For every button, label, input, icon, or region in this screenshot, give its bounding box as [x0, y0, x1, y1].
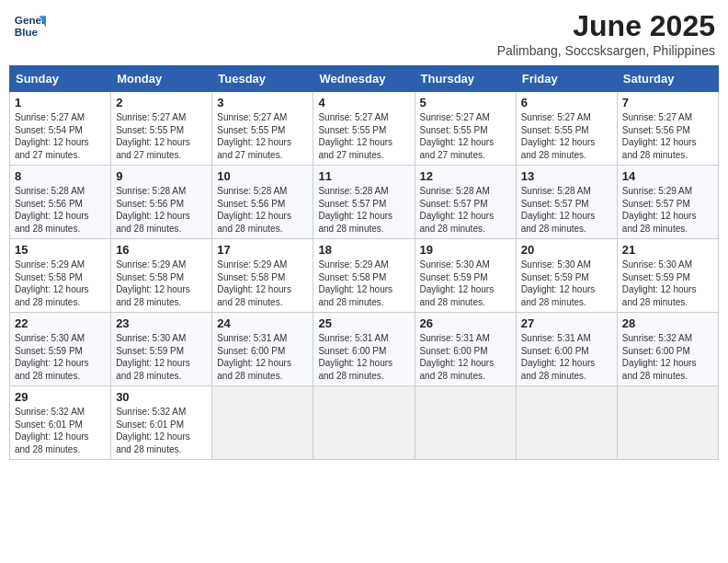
day-number: 7: [622, 96, 713, 109]
calendar-week-3: 15 Sunrise: 5:29 AM Sunset: 5:58 PM Dayl…: [10, 239, 719, 313]
day-cell-17: 17 Sunrise: 5:29 AM Sunset: 5:58 PM Dayl…: [212, 239, 313, 313]
day-number: 8: [15, 169, 106, 183]
day-info: Sunrise: 5:30 AM Sunset: 5:59 PM Dayligh…: [521, 259, 612, 308]
day-number: 22: [15, 316, 106, 330]
day-cell-22: 22 Sunrise: 5:30 AM Sunset: 5:59 PM Dayl…: [10, 313, 111, 386]
empty-cell: [212, 386, 313, 460]
calendar-subtitle: Palimbang, Soccsksargen, Philippines: [497, 43, 715, 58]
day-cell-1: 1 Sunrise: 5:27 AM Sunset: 5:54 PM Dayli…: [10, 92, 111, 166]
day-info: Sunrise: 5:30 AM Sunset: 5:59 PM Dayligh…: [116, 332, 207, 382]
day-info: Sunrise: 5:27 AM Sunset: 5:55 PM Dayligh…: [217, 111, 308, 161]
day-info: Sunrise: 5:32 AM Sunset: 6:00 PM Dayligh…: [622, 332, 713, 382]
day-cell-20: 20 Sunrise: 5:30 AM Sunset: 5:59 PM Dayl…: [516, 239, 617, 313]
day-info: Sunrise: 5:28 AM Sunset: 5:56 PM Dayligh…: [116, 185, 207, 235]
day-info: Sunrise: 5:32 AM Sunset: 6:01 PM Dayligh…: [15, 406, 106, 455]
svg-text:General: General: [15, 14, 46, 26]
day-cell-7: 7 Sunrise: 5:27 AM Sunset: 5:56 PM Dayli…: [617, 92, 718, 166]
day-cell-18: 18 Sunrise: 5:29 AM Sunset: 5:58 PM Dayl…: [313, 239, 415, 313]
day-cell-25: 25 Sunrise: 5:31 AM Sunset: 6:00 PM Dayl…: [313, 313, 415, 386]
day-info: Sunrise: 5:29 AM Sunset: 5:58 PM Dayligh…: [217, 259, 308, 308]
col-friday: Friday: [516, 66, 617, 92]
col-saturday: Saturday: [617, 66, 718, 92]
day-info: Sunrise: 5:27 AM Sunset: 5:54 PM Dayligh…: [15, 111, 106, 161]
day-cell-9: 9 Sunrise: 5:28 AM Sunset: 5:56 PM Dayli…: [111, 166, 212, 239]
day-cell-8: 8 Sunrise: 5:28 AM Sunset: 5:56 PM Dayli…: [10, 166, 111, 239]
day-number: 1: [15, 96, 106, 109]
day-number: 19: [420, 243, 511, 257]
day-info: Sunrise: 5:27 AM Sunset: 5:55 PM Dayligh…: [116, 111, 207, 161]
day-info: Sunrise: 5:28 AM Sunset: 5:56 PM Dayligh…: [15, 185, 106, 235]
day-number: 5: [420, 96, 511, 109]
day-number: 15: [15, 243, 106, 257]
day-cell-13: 13 Sunrise: 5:28 AM Sunset: 5:57 PM Dayl…: [516, 166, 617, 239]
header-row: Sunday Monday Tuesday Wednesday Thursday…: [10, 66, 719, 92]
day-number: 26: [420, 316, 511, 330]
empty-cell: [313, 386, 415, 460]
day-number: 10: [217, 169, 308, 183]
day-number: 9: [116, 169, 207, 183]
day-info: Sunrise: 5:29 AM Sunset: 5:57 PM Dayligh…: [622, 185, 713, 235]
day-info: Sunrise: 5:28 AM Sunset: 5:57 PM Dayligh…: [318, 185, 409, 235]
col-sunday: Sunday: [10, 66, 111, 92]
calendar-week-2: 8 Sunrise: 5:28 AM Sunset: 5:56 PM Dayli…: [10, 166, 719, 239]
calendar-header: General Blue June 2025 Palimbang, Soccsk…: [9, 9, 719, 58]
day-cell-24: 24 Sunrise: 5:31 AM Sunset: 6:00 PM Dayl…: [212, 313, 313, 386]
day-info: Sunrise: 5:31 AM Sunset: 6:00 PM Dayligh…: [420, 332, 511, 382]
day-info: Sunrise: 5:28 AM Sunset: 5:57 PM Dayligh…: [521, 185, 612, 235]
day-cell-3: 3 Sunrise: 5:27 AM Sunset: 5:55 PM Dayli…: [212, 92, 313, 166]
day-number: 4: [318, 96, 409, 109]
calendar-week-4: 22 Sunrise: 5:30 AM Sunset: 5:59 PM Dayl…: [10, 313, 719, 386]
day-info: Sunrise: 5:32 AM Sunset: 6:01 PM Dayligh…: [116, 406, 207, 455]
day-number: 3: [217, 96, 308, 109]
day-number: 23: [116, 316, 207, 330]
day-info: Sunrise: 5:28 AM Sunset: 5:57 PM Dayligh…: [420, 185, 511, 235]
day-number: 17: [217, 243, 308, 257]
day-cell-11: 11 Sunrise: 5:28 AM Sunset: 5:57 PM Dayl…: [313, 166, 415, 239]
day-info: Sunrise: 5:30 AM Sunset: 5:59 PM Dayligh…: [420, 259, 511, 308]
logo-icon: General Blue: [13, 9, 46, 42]
day-cell-30: 30 Sunrise: 5:32 AM Sunset: 6:01 PM Dayl…: [111, 386, 212, 460]
day-cell-14: 14 Sunrise: 5:29 AM Sunset: 5:57 PM Dayl…: [617, 166, 718, 239]
day-info: Sunrise: 5:27 AM Sunset: 5:55 PM Dayligh…: [318, 111, 409, 161]
day-number: 20: [521, 243, 612, 257]
day-cell-26: 26 Sunrise: 5:31 AM Sunset: 6:00 PM Dayl…: [415, 313, 516, 386]
title-area: June 2025 Palimbang, Soccsksargen, Phili…: [497, 9, 715, 58]
day-number: 11: [318, 169, 409, 183]
day-cell-4: 4 Sunrise: 5:27 AM Sunset: 5:55 PM Dayli…: [313, 92, 415, 166]
svg-text:Blue: Blue: [15, 26, 39, 38]
day-number: 30: [116, 390, 207, 404]
day-number: 27: [521, 316, 612, 330]
col-thursday: Thursday: [415, 66, 516, 92]
col-monday: Monday: [111, 66, 212, 92]
day-number: 12: [420, 169, 511, 183]
day-number: 14: [622, 169, 713, 183]
day-cell-5: 5 Sunrise: 5:27 AM Sunset: 5:55 PM Dayli…: [415, 92, 516, 166]
calendar-title: June 2025: [497, 9, 715, 43]
day-number: 6: [521, 96, 612, 109]
day-info: Sunrise: 5:27 AM Sunset: 5:55 PM Dayligh…: [420, 111, 511, 161]
day-info: Sunrise: 5:30 AM Sunset: 5:59 PM Dayligh…: [622, 259, 713, 308]
day-number: 2: [116, 96, 207, 109]
day-info: Sunrise: 5:31 AM Sunset: 6:00 PM Dayligh…: [318, 332, 409, 382]
day-info: Sunrise: 5:27 AM Sunset: 5:55 PM Dayligh…: [521, 111, 612, 161]
day-number: 21: [622, 243, 713, 257]
day-cell-23: 23 Sunrise: 5:30 AM Sunset: 5:59 PM Dayl…: [111, 313, 212, 386]
day-info: Sunrise: 5:29 AM Sunset: 5:58 PM Dayligh…: [318, 259, 409, 308]
day-number: 28: [622, 316, 713, 330]
day-number: 25: [318, 316, 409, 330]
day-number: 13: [521, 169, 612, 183]
day-cell-16: 16 Sunrise: 5:29 AM Sunset: 5:58 PM Dayl…: [111, 239, 212, 313]
day-number: 29: [15, 390, 106, 404]
day-info: Sunrise: 5:29 AM Sunset: 5:58 PM Dayligh…: [15, 259, 106, 308]
day-info: Sunrise: 5:31 AM Sunset: 6:00 PM Dayligh…: [521, 332, 612, 382]
day-info: Sunrise: 5:31 AM Sunset: 6:00 PM Dayligh…: [217, 332, 308, 382]
day-cell-15: 15 Sunrise: 5:29 AM Sunset: 5:58 PM Dayl…: [10, 239, 111, 313]
day-cell-12: 12 Sunrise: 5:28 AM Sunset: 5:57 PM Dayl…: [415, 166, 516, 239]
day-cell-21: 21 Sunrise: 5:30 AM Sunset: 5:59 PM Dayl…: [617, 239, 718, 313]
day-cell-2: 2 Sunrise: 5:27 AM Sunset: 5:55 PM Dayli…: [111, 92, 212, 166]
day-cell-28: 28 Sunrise: 5:32 AM Sunset: 6:00 PM Dayl…: [617, 313, 718, 386]
day-info: Sunrise: 5:28 AM Sunset: 5:56 PM Dayligh…: [217, 185, 308, 235]
day-info: Sunrise: 5:30 AM Sunset: 5:59 PM Dayligh…: [15, 332, 106, 382]
calendar-table: Sunday Monday Tuesday Wednesday Thursday…: [9, 65, 719, 460]
day-cell-29: 29 Sunrise: 5:32 AM Sunset: 6:01 PM Dayl…: [10, 386, 111, 460]
